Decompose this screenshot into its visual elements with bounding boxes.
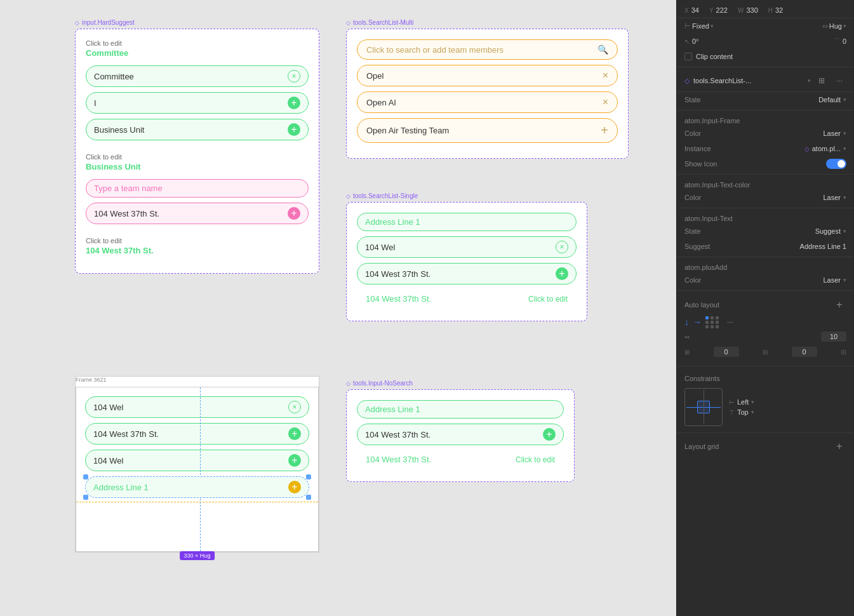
card-search-multi: Click to search or add team members 🔍 Op… [346, 29, 629, 159]
rp-inputtextcolor-color-value[interactable]: Laser ▾ [823, 194, 846, 201]
add-104west-btn[interactable]: + [556, 267, 568, 280]
rp-left-label: Left [737, 398, 749, 406]
input-row-committee[interactable]: Committee × [86, 65, 309, 87]
component-label-search-single: tools.SearchList-Single [346, 192, 587, 199]
frame-row-104wel-plus[interactable]: 104 Wel + [85, 450, 309, 471]
add-104west-pink-btn[interactable]: + [288, 207, 300, 220]
rp-inputframe-color-row: Color Laser ▾ [677, 126, 854, 141]
orange-item-openair[interactable]: Open Air Testing Team + [357, 118, 618, 143]
rp-inputframe-color-value[interactable]: Laser ▾ [823, 130, 846, 137]
rp-al-padding-v-icon: ⊟ [763, 349, 768, 356]
rp-top-chevron: ▾ [751, 409, 754, 415]
rp-x: X 34 [684, 6, 699, 14]
clip-checkbox[interactable] [684, 53, 692, 60]
rp-constraint-top[interactable]: ⊤ Top ▾ [729, 408, 754, 416]
rp-showicon-label: Show Icon [684, 160, 717, 168]
rp-constraints: Constraints ⊢ Left ▾ ⊤ Top ▾ [677, 369, 854, 430]
rp-al-dot-8 [711, 325, 714, 328]
openai-text: Open AI [366, 98, 396, 107]
frame-remove-104wel-btn[interactable]: × [288, 401, 301, 413]
rp-state-value[interactable]: Default ▾ [818, 96, 846, 104]
input-row-104west-nosearch[interactable]: 104 West 37th St. + [357, 424, 564, 445]
rp-instance-diamond: ◇ [804, 145, 810, 152]
add-i-btn[interactable]: + [288, 97, 300, 109]
rp-constraints-title: Constraints [684, 375, 720, 382]
rp-h-label: H [768, 7, 773, 14]
frame-add-104west-btn[interactable]: + [288, 427, 301, 440]
input-row-addressline1-nosearch[interactable]: Address Line 1 [357, 400, 564, 418]
rp-layout-grid-add-btn[interactable]: + [832, 439, 846, 453]
rp-al-more-btn[interactable]: ··· [723, 315, 737, 329]
orange-item-openai[interactable]: Open AI × [357, 91, 618, 113]
rp-al-arrow-right-icon: → [693, 317, 702, 327]
rp-angle-value: 0° [692, 37, 699, 45]
remove-committee-btn[interactable]: × [288, 70, 300, 83]
suggest-click-btn[interactable]: Click to edit [528, 295, 568, 304]
rp-showicon-toggle[interactable] [826, 159, 846, 169]
rp-hug-select[interactable]: ⇔ Hug ▾ [822, 22, 846, 30]
input-row-addressline1-placeholder[interactable]: Address Line 1 [357, 213, 577, 231]
rp-inputtext-state-row: State Suggest ▾ [677, 224, 854, 239]
rp-plusadd-color-chevron: ▾ [843, 277, 846, 283]
input-row-104west-pink[interactable]: 104 West 37th St. + [86, 203, 309, 224]
rp-state-row: State Default ▾ [677, 92, 854, 107]
rp-autolayout-add-btn[interactable]: + [832, 298, 846, 312]
input-text-i: I [94, 98, 288, 108]
openair-text: Open Air Testing Team [366, 126, 449, 135]
rp-al-grid: ↓ → ··· [684, 315, 846, 329]
rp-component-layout-btn[interactable]: ⊞ [815, 74, 829, 88]
rp-al-padding-h-input[interactable] [714, 347, 739, 357]
nosearch-suggest-click-btn[interactable]: Click to edit [516, 455, 555, 464]
rp-component-chevron[interactable]: ▾ [808, 77, 811, 84]
rp-left-chevron: ▾ [751, 399, 754, 405]
search-input-multi[interactable]: Click to search or add team members 🔍 [357, 39, 618, 60]
input-placeholder-teamname: Type a team name [94, 184, 300, 193]
search-placeholder: Click to search or add team members [366, 45, 597, 55]
rp-angle: ↖ 0° [684, 37, 699, 45]
rp-autolayout-title: Auto layout [684, 301, 719, 309]
rp-inputtext-state-value[interactable]: Suggest ▾ [815, 227, 846, 235]
remove-104wel-btn[interactable]: × [556, 241, 568, 253]
value-businessunit: Business Unit [86, 162, 309, 171]
rp-constraint-line-v [704, 390, 704, 424]
rp-inputtext-suggest-row: Suggest Address Line 1 [677, 239, 854, 254]
104west-nosearch-text: 104 West 37th St. [365, 430, 543, 439]
input-row-businessunit[interactable]: Business Unit + [86, 119, 309, 140]
add-businessunit-btn[interactable]: + [288, 123, 300, 136]
frame-104wel-x-text: 104 Wel [93, 403, 288, 412]
rp-inputframe-instance-value[interactable]: ◇ atom.pl... ▾ [804, 145, 846, 152]
rp-top-label: Top [737, 408, 749, 416]
frame-row-104west-plus[interactable]: 104 West 37th St. + [85, 423, 309, 445]
rp-al-padding-v-input[interactable] [792, 347, 817, 357]
rp-plusadd-color-value[interactable]: Laser ▾ [823, 276, 846, 284]
rp-component-more-btn[interactable]: ··· [832, 74, 846, 88]
add-openair-btn[interactable]: + [601, 123, 608, 138]
input-text-104west-pink: 104 West 37th St. [94, 209, 288, 218]
input-row-i[interactable]: I + [86, 92, 309, 114]
rp-inputtext-state-label: State [684, 227, 701, 235]
input-row-104wel-single[interactable]: 104 Wel × [357, 236, 577, 258]
rp-component-row: ◇ tools.SearchList-... ▾ ⊞ ··· [677, 70, 854, 92]
add-104west-nosearch-btn[interactable]: + [543, 428, 556, 441]
input-row-teamname[interactable]: Type a team name [86, 179, 309, 198]
frame-row-addressline1-selected[interactable]: Address Line 1 + [85, 476, 309, 498]
rp-constraint-left[interactable]: ⊢ Left ▾ [729, 398, 754, 406]
rp-inputframe-color-label: Color [684, 130, 701, 137]
frame-add-addressline1-btn[interactable]: + [288, 481, 301, 493]
card-hard-suggest: Click to edit Committee Committee × I + … [75, 29, 319, 274]
frame-104west-plus-text: 104 West 37th St. [93, 429, 288, 439]
rp-radius-value: 0 [843, 37, 846, 45]
frame-add-104wel-btn[interactable]: + [288, 454, 301, 467]
frame-row-104wel-x[interactable]: 104 Wel × [85, 396, 309, 418]
rp-fixed-select[interactable]: ⊢ Fixed ▾ [684, 22, 714, 30]
rp-top-icon: ⊤ [729, 409, 735, 416]
orange-item-opel[interactable]: Opel × [357, 65, 618, 86]
canvas: input.HardSuggest Click to edit Committe… [0, 0, 676, 616]
rp-w-label: W [738, 7, 744, 14]
remove-opel-btn[interactable]: × [603, 70, 608, 81]
block-search-multi: tools.SearchList-Multi Click to search o… [346, 19, 629, 159]
input-row-104west-single[interactable]: 104 West 37th St. + [357, 263, 577, 285]
remove-openai-btn[interactable]: × [603, 97, 608, 108]
rp-al-spacing-input[interactable] [821, 331, 846, 342]
addressline1-placeholder-text: Address Line 1 [365, 217, 568, 227]
